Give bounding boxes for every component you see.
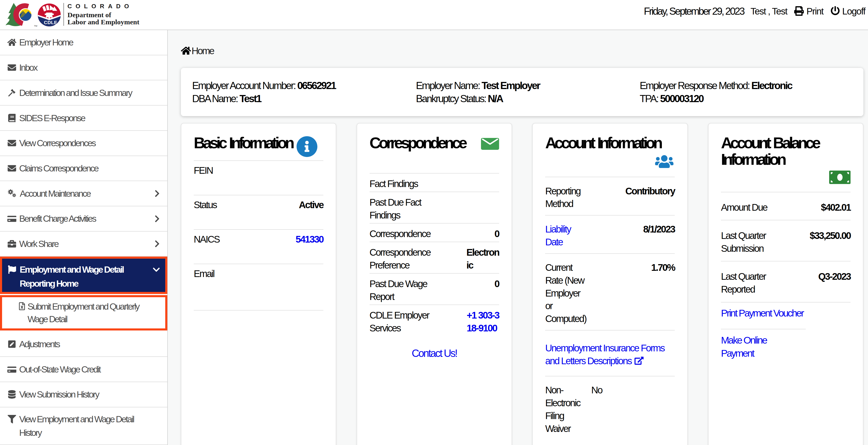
svg-text:TM: TM <box>34 25 37 27</box>
svg-text:COLORADO: COLORADO <box>67 3 133 10</box>
svg-text:CDLE: CDLE <box>44 20 57 25</box>
svg-text:Department of: Department of <box>67 11 111 19</box>
svg-text:Labor and Employment: Labor and Employment <box>67 18 140 26</box>
